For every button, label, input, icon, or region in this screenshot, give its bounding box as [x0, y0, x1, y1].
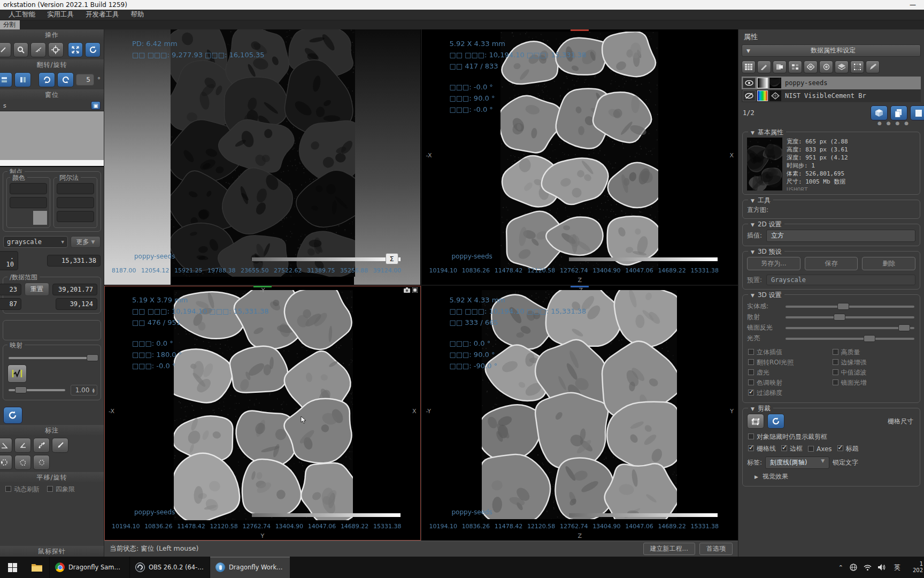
reset-range-button[interactable]: 重置 [25, 283, 49, 296]
new-project-button[interactable]: 建立新工程... [643, 543, 695, 555]
taskbar-app-obs[interactable]: OBS 26.0.2 (64-bi... [129, 557, 210, 578]
input-language-indicator[interactable]: 英 [892, 562, 903, 573]
polygon-annotation-button[interactable] [14, 455, 31, 470]
pan-tool-button[interactable] [0, 42, 11, 57]
checkbox-icon[interactable] [748, 434, 754, 439]
spin-arrows-icon[interactable]: ▲▼ [92, 387, 95, 393]
layout-icon[interactable] [412, 287, 418, 293]
window-level-gradient-bar[interactable] [569, 257, 718, 261]
solidity-slider[interactable] [786, 306, 914, 308]
rotate-step-input[interactable]: 5 [76, 74, 94, 86]
lut-swatch-rainbow[interactable] [757, 90, 768, 101]
two-pane-button[interactable] [773, 60, 787, 73]
visibility-eye-icon[interactable] [743, 78, 756, 88]
dataset-row-nist-cement[interactable]: NIST VisibleCement Br [742, 89, 921, 102]
freehand-annotation-button[interactable] [33, 455, 50, 470]
delete-button[interactable]: 删除 [862, 257, 915, 270]
filter-gradient-checkbox[interactable]: 过滤梯度 [748, 389, 830, 398]
crop-box-button[interactable] [747, 414, 764, 429]
rotate-cw-button[interactable] [57, 72, 74, 87]
interpolation-dropdown[interactable]: 立方 [766, 230, 915, 242]
checkbox-icon[interactable] [748, 349, 754, 355]
checkbox-icon[interactable] [837, 445, 843, 451]
title-checkbox[interactable]: 标题 [837, 444, 859, 453]
layers-button[interactable] [835, 60, 849, 73]
flip-horizontal-button[interactable] [14, 72, 31, 87]
save-button[interactable]: 保存 [805, 257, 858, 270]
checkbox-icon[interactable] [748, 359, 754, 365]
diamond-view-button[interactable] [804, 60, 818, 73]
tab-segment[interactable]: 分割 [0, 20, 20, 29]
preferences-button[interactable]: 首选项 [699, 543, 733, 555]
tone-mapping-checkbox[interactable]: 色调映射 [748, 378, 830, 387]
path-tool-button[interactable] [33, 438, 50, 453]
basic-properties-header[interactable]: 基本属性 [758, 128, 783, 137]
grid-lines-checkbox[interactable]: 栅格线 [748, 444, 776, 453]
checkbox-icon[interactable] [5, 486, 11, 492]
slider-thumb[interactable] [87, 354, 98, 361]
lut-dropdown[interactable]: grayscale▼ [3, 236, 68, 248]
data-properties-header[interactable]: ▼ 数据属性和设定 [742, 44, 921, 57]
window-level-add-button[interactable]: ▣ [91, 101, 101, 110]
table-view-button[interactable] [742, 60, 756, 73]
mapping-slider-1[interactable] [9, 357, 95, 359]
minimize-button[interactable]: — [905, 1, 921, 9]
flip-vertical-button[interactable] [0, 72, 12, 87]
dynamic-refresh-checkbox[interactable]: 动态刷新 [5, 485, 40, 494]
axes-checkbox[interactable]: Axes [808, 445, 832, 453]
alpha-button-3[interactable] [57, 211, 94, 222]
ct-projection-image[interactable] [171, 29, 355, 277]
mapping-slider-2[interactable] [9, 389, 65, 391]
window-level-gradient-bar[interactable] [569, 513, 718, 517]
show-crop-when-hidden-checkbox[interactable]: 对象隐藏时仍显示裁剪框 [748, 432, 914, 442]
level-max-field[interactable]: 15,331.38 [47, 255, 101, 267]
brush-button[interactable] [757, 60, 771, 73]
range2-min-field[interactable]: 87 [0, 298, 21, 310]
high-quality-checkbox[interactable]: 高质量 [833, 348, 915, 357]
edge-enhance-checkbox[interactable]: 边缘增强 [833, 358, 915, 367]
menu-developer-tools[interactable]: 开发者工具 [86, 10, 119, 19]
ruler-tool-button[interactable] [30, 42, 46, 57]
more-button[interactable]: 更多▼ [71, 236, 101, 248]
scatter-slider[interactable] [786, 316, 914, 318]
border-checkbox[interactable]: 边框 [781, 444, 803, 453]
paste-button[interactable] [910, 105, 924, 120]
window-level-gradient-bar[interactable] [252, 513, 401, 517]
checkbox-icon[interactable] [748, 445, 754, 451]
vignette-checkbox[interactable]: 虚光 [748, 368, 830, 377]
slider-thumb[interactable] [15, 386, 27, 393]
pencil-button[interactable] [866, 60, 880, 73]
quadrant-checkbox[interactable]: 四象限 [47, 485, 75, 494]
checkbox-icon[interactable] [781, 445, 787, 451]
fit-view-button[interactable] [68, 42, 83, 57]
protractor-tool-button[interactable] [14, 438, 31, 453]
slider-thumb[interactable] [898, 324, 910, 331]
checkbox-icon[interactable] [833, 369, 838, 375]
tools-header[interactable]: 工具 [758, 196, 771, 205]
range2-max-field[interactable]: 39,124 [56, 298, 97, 310]
rotate-ccw-button[interactable] [38, 72, 55, 87]
window-level-histogram[interactable] [0, 111, 104, 160]
lut-swatch-grayscale[interactable] [757, 78, 768, 88]
specular-slider[interactable] [786, 327, 914, 329]
copy-button[interactable] [890, 105, 907, 120]
dataset-row-poppy-seeds[interactable]: poppy-seeds [742, 77, 921, 89]
viewport-top-right[interactable]: 5.92 X 4.33 mm □□ □□□: 10,194.10 □□□: 15… [422, 29, 738, 285]
sqrt-mapping-button[interactable] [7, 364, 27, 383]
viewport-bottom-right[interactable]: 5.92 X 4.33 mm □□ □□□: 10,194.10 □□□: 15… [422, 286, 738, 541]
checkbox-icon[interactable] [748, 379, 754, 385]
gamma-spinbox[interactable]: 1.00▲▼ [71, 385, 97, 396]
alpha-button-1[interactable] [57, 183, 94, 194]
taskbar-app-dragonfly[interactable]: Dragonfly Workst... [210, 557, 290, 578]
lock-text-label[interactable]: 锁定文字 [833, 458, 858, 467]
center-target-button[interactable] [48, 42, 64, 57]
visibility-eye-off-icon[interactable] [743, 90, 756, 101]
viewport-bottom-left[interactable]: 5.19 X 3.79 mm □□ □□□: 10,194.10 □□□: 15… [104, 286, 421, 541]
file-explorer-button[interactable] [25, 557, 49, 578]
presets-3d-header[interactable]: 3D 预设 [758, 247, 782, 256]
crop-frame-button[interactable] [850, 60, 864, 73]
menu-help[interactable]: 帮助 [131, 10, 144, 19]
settings-2d-header[interactable]: 2D 设置 [758, 220, 782, 229]
reset-view-button[interactable] [85, 42, 101, 57]
brightness-slider[interactable] [786, 338, 914, 340]
